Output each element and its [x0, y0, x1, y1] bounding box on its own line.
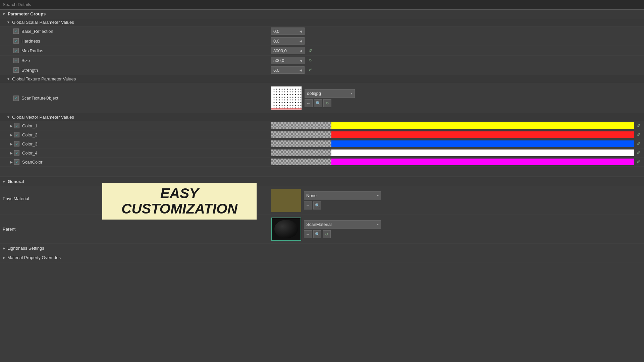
- color4-reset[interactable]: ↺: [635, 150, 641, 156]
- easy-custom-line1: EASY: [121, 186, 237, 201]
- color4-checkbox[interactable]: ✓: [14, 150, 19, 156]
- scancolor-label: ScanColor: [22, 160, 43, 165]
- easy-custom-line2: CUSTOMIZATION: [121, 201, 237, 217]
- phys-material-label: Phys Material: [3, 196, 29, 201]
- scan-texture-checkbox[interactable]: ✓: [13, 96, 19, 101]
- scancolor-checker: [271, 159, 331, 165]
- color4-expand[interactable]: ▶: [10, 151, 13, 155]
- phys-material-thumb: [271, 189, 301, 212]
- general-triangle: ▼: [2, 180, 6, 184]
- parent-arrow-btn[interactable]: ←: [304, 230, 312, 238]
- color1-label: Color_1: [22, 123, 38, 128]
- texture-reset-btn[interactable]: ↺: [323, 99, 331, 107]
- parent-dropdown[interactable]: ScanMaterial ▾: [304, 220, 381, 229]
- maxradius-reset[interactable]: ↺: [307, 48, 313, 54]
- general-label: General: [8, 179, 24, 184]
- color3-bar[interactable]: [331, 140, 634, 147]
- param-groups-label: Parameter Groups: [8, 11, 46, 16]
- color1-checker: [271, 122, 331, 129]
- texture-arrow-btn[interactable]: ←: [305, 99, 313, 107]
- texture-name-dropdown[interactable]: dotsjpg ▾: [305, 89, 355, 98]
- color2-reset[interactable]: ↺: [635, 132, 641, 138]
- matprop-label: Material Property Overrides: [7, 255, 61, 260]
- color4-checker: [271, 149, 331, 156]
- vector-label: Global Vector Parameter Values: [12, 115, 74, 120]
- hardness-label: Hardness: [21, 39, 40, 44]
- param-groups-triangle: ▼: [2, 12, 6, 16]
- scancolor-checkbox[interactable]: ✓: [14, 159, 19, 165]
- color2-checkbox[interactable]: ✓: [14, 132, 19, 137]
- color2-bar[interactable]: [331, 131, 634, 138]
- phys-search-btn[interactable]: 🔍: [313, 201, 321, 209]
- scancolor-bar[interactable]: [331, 159, 634, 165]
- strength-checkbox[interactable]: ✓: [13, 67, 19, 73]
- matprop-expand[interactable]: ▶: [3, 256, 5, 259]
- search-input[interactable]: Search Details: [3, 2, 31, 7]
- base-reflection-checkbox[interactable]: ✓: [13, 28, 19, 34]
- color1-checkbox[interactable]: ✓: [14, 123, 19, 128]
- color3-checker: [271, 140, 331, 147]
- color3-expand[interactable]: ▶: [10, 142, 13, 146]
- hardness-input[interactable]: 0,0 ◀: [271, 37, 305, 45]
- search-bar[interactable]: Search Details: [0, 0, 644, 9]
- base-reflection-label: Base_Reflection: [21, 29, 53, 34]
- texture-label: Global Texture Parameter Values: [12, 76, 76, 81]
- maxradius-input[interactable]: 8000,0 ◀: [271, 47, 305, 54]
- color4-label: Color_4: [22, 150, 38, 156]
- texture-thumbnail: [271, 86, 302, 110]
- color3-reset[interactable]: ↺: [635, 141, 641, 147]
- parent-label: Parent: [3, 227, 15, 232]
- color1-expand[interactable]: ▶: [10, 124, 13, 128]
- color1-bar[interactable]: [331, 122, 634, 129]
- vector-triangle: ▼: [7, 115, 10, 119]
- size-label: Size: [21, 58, 30, 63]
- lightmass-expand[interactable]: ▶: [3, 246, 5, 250]
- size-reset[interactable]: ↺: [307, 57, 313, 63]
- color3-label: Color_3: [22, 141, 38, 146]
- strength-reset[interactable]: ↺: [307, 67, 313, 73]
- color3-checkbox[interactable]: ✓: [14, 141, 19, 146]
- scalar-triangle: ▼: [7, 20, 10, 24]
- scancolor-expand[interactable]: ▶: [10, 160, 13, 164]
- scancolor-reset[interactable]: ↺: [635, 159, 641, 165]
- base-reflection-input[interactable]: 0,0 ◀: [271, 27, 305, 35]
- lightmass-label: Lightmass Settings: [7, 246, 44, 251]
- texture-search-btn[interactable]: 🔍: [314, 99, 322, 107]
- parent-thumb: [271, 218, 301, 241]
- color1-reset[interactable]: ↺: [635, 123, 641, 129]
- size-checkbox[interactable]: ✓: [13, 58, 19, 63]
- scan-texture-label: ScanTextureObject: [21, 96, 58, 101]
- color2-checker: [271, 131, 331, 138]
- hardness-checkbox[interactable]: ✓: [13, 38, 19, 44]
- parent-search-btn[interactable]: 🔍: [313, 230, 321, 238]
- scalar-label: Global Scalar Parameter Values: [12, 20, 74, 25]
- maxradius-label: MaxRadius: [21, 48, 43, 53]
- easy-customization-overlay: EASY CUSTOMIZATION: [102, 183, 257, 220]
- parent-reset-btn[interactable]: ↺: [323, 230, 331, 238]
- texture-triangle: ▼: [7, 77, 10, 81]
- phys-arrow-btn[interactable]: ←: [304, 201, 312, 209]
- maxradius-checkbox[interactable]: ✓: [13, 48, 19, 53]
- color2-expand[interactable]: ▶: [10, 133, 13, 137]
- strength-label: Strength: [21, 68, 38, 73]
- color2-label: Color_2: [22, 132, 38, 137]
- color4-bar[interactable]: [331, 149, 634, 156]
- strength-input[interactable]: 6,0 ◀: [271, 66, 305, 74]
- size-input[interactable]: 500,0 ◀: [271, 57, 305, 64]
- phys-material-dropdown[interactable]: None ▾: [304, 191, 381, 200]
